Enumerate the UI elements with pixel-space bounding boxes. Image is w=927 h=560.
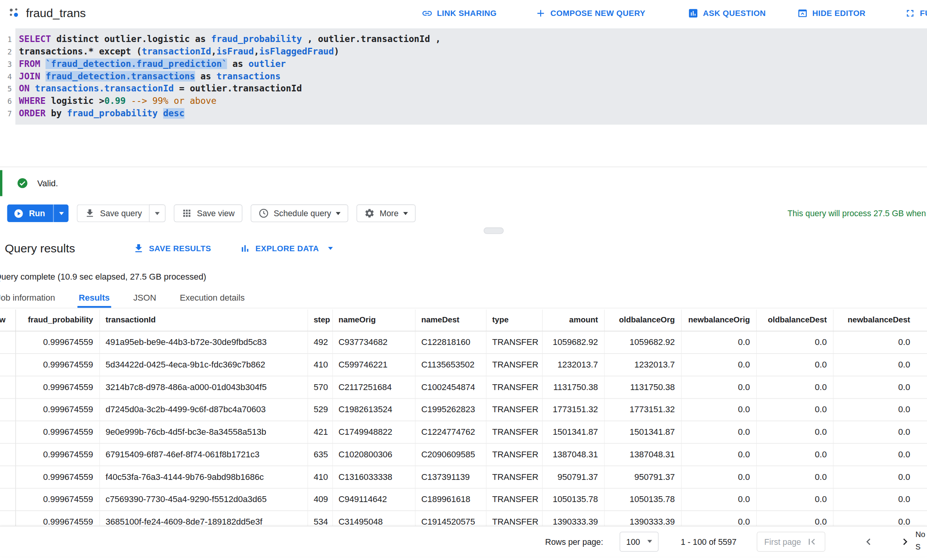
cell-fraud_probability: 0.999674559 [15, 488, 99, 511]
results-table-container: Rowfraud_probabilitytransactionIdstepnam… [0, 310, 927, 526]
schedule-query-button[interactable]: Schedule query [251, 205, 348, 222]
cell-newbalancedest: 0.0 [833, 466, 927, 488]
editor-code[interactable]: SELECT distinct outlier.logistic as frau… [15, 28, 927, 125]
code-line[interactable]: ORDER by fraud_probability desc [19, 107, 927, 120]
bigquery-console: fraud_trans LINK SHARING COMPOSE NEW QUE… [0, 0, 927, 560]
clock-icon [258, 208, 269, 219]
cell-amount: 1501341.87 [542, 421, 604, 443]
cell-step: 410 [307, 466, 332, 488]
save-query-button[interactable]: Save query [77, 205, 149, 222]
column-header-oldbalanceorg: oldbalanceOrg [604, 310, 681, 331]
column-header-step: step [307, 310, 332, 331]
save-query-options-button[interactable] [149, 205, 166, 222]
cell-step: 409 [307, 488, 332, 511]
first-page-button[interactable]: First page [757, 531, 825, 551]
run-options-button[interactable] [53, 205, 68, 222]
table-row: 0.9996745593685100f-fe24-4609-8de7-18918… [0, 511, 927, 526]
column-header-row: Row [0, 310, 15, 331]
cell-oldbalancedest: 0.0 [756, 376, 833, 398]
compose-new-query-button[interactable]: COMPOSE NEW QUERY [535, 0, 646, 26]
tab-json[interactable]: JSON [132, 288, 158, 308]
full-screen-label: FULL SCREEN [920, 9, 927, 18]
edge-text-top: No [915, 528, 925, 541]
more-button[interactable]: More [356, 205, 416, 222]
compose-new-query-label: COMPOSE NEW QUERY [550, 9, 645, 18]
schedule-query-label: Schedule query [274, 208, 331, 218]
cell-newbalancedest: 0.0 [833, 488, 927, 511]
full-screen-button[interactable]: FULL SCREEN [904, 0, 927, 26]
cell-nameorig: C1749948822 [332, 421, 415, 443]
cell-oldbalanceorg: 1131750.38 [604, 376, 681, 398]
valid-check-icon [17, 177, 28, 189]
table-row: 0.999674559491a95eb-be9e-44b3-b72e-30de9… [0, 331, 927, 354]
run-button-group: Run [7, 205, 68, 222]
table-row: 0.999674559d7245d0a-3c2b-4499-9c6f-d87bc… [0, 398, 927, 421]
cell-newbalancedest: 0.0 [833, 421, 927, 443]
chevron-right-icon [899, 535, 911, 548]
tab-results[interactable]: Results [77, 288, 111, 308]
code-line[interactable]: ON transactions.transactionId = outlier.… [19, 83, 927, 95]
cell-oldbalanceorg: 950791.37 [604, 466, 681, 488]
chevron-down-icon [647, 540, 652, 543]
cell-newbalanceorig: 0.0 [681, 398, 756, 421]
save-results-button[interactable]: SAVE RESULTS [133, 243, 211, 254]
column-header-fraud_probability: fraud_probability [15, 310, 99, 331]
code-line[interactable]: FROM `fraud_detection.fraud_prediction` … [19, 58, 927, 70]
column-header-type: type [486, 310, 542, 331]
tab-execution-details[interactable]: Execution details [179, 288, 246, 308]
save-results-label: SAVE RESULTS [149, 244, 211, 253]
table-row: 0.9996745595d34422d-0425-4eca-9b1c-fdc36… [0, 353, 927, 376]
column-header-nameorig: nameOrig [332, 310, 415, 331]
code-line[interactable]: SELECT distinct outlier.logistic as frau… [19, 33, 927, 46]
code-line[interactable]: transactions.* except (transactionId,isF… [19, 46, 927, 58]
column-header-amount: amount [542, 310, 604, 331]
cell-nameorig: C1982613524 [332, 398, 415, 421]
cell-fraud_probability: 0.999674559 [15, 466, 99, 488]
hide-editor-button[interactable]: HIDE EDITOR [797, 0, 866, 26]
chevron-left-icon [862, 535, 875, 548]
cell-transactionid: 3214b7c8-d978-486a-a000-01d043b304f5 [99, 376, 307, 398]
cell-newbalanceorig: 0.0 [681, 511, 756, 526]
cell-amount: 950791.37 [542, 466, 604, 488]
splitter-handle[interactable] [484, 228, 504, 234]
cell-namedest: C1002454874 [415, 376, 486, 398]
explore-data-button[interactable]: EXPLORE DATA [239, 243, 333, 254]
cell-namedest: C1224774762 [415, 421, 486, 443]
code-line[interactable]: JOIN fraud_detection.transactions as tra… [19, 70, 927, 83]
cell-transactionid: 5d34422d-0425-4eca-9b1c-fdc369c7b862 [99, 353, 307, 376]
cell-transactionid: 9e0e999b-76cb-4d5f-bc3e-8a34558a513b [99, 421, 307, 443]
cell-newbalancedest: 0.0 [833, 398, 927, 421]
results-table-head-row: Rowfraud_probabilitytransactionIdstepnam… [0, 310, 927, 331]
code-line[interactable]: WHERE logistic >0.99 --> 99% or above [19, 95, 927, 108]
previous-page-button[interactable] [862, 535, 875, 548]
cell-newbalanceorig: 0.0 [681, 353, 756, 376]
rows-per-page-select[interactable]: 100 [620, 531, 658, 551]
link-sharing-button[interactable]: LINK SHARING [421, 0, 497, 26]
cell-namedest: C1135653502 [415, 353, 486, 376]
next-page-button[interactable] [899, 535, 911, 548]
save-view-button[interactable]: Save view [174, 205, 242, 222]
cell-transactionid: 491a95eb-be9e-44b3-b72e-30de9fbd5c83 [99, 331, 307, 354]
cell-oldbalancedest: 0.0 [756, 488, 833, 511]
cell-amount: 1131750.38 [542, 376, 604, 398]
column-header-newbalanceorig: newbalanceOrig [681, 310, 756, 331]
cell-amount: 1059682.92 [542, 331, 604, 354]
cell-row [0, 331, 15, 354]
cell-namedest: C2090609585 [415, 443, 486, 466]
run-button[interactable]: Run [7, 205, 53, 222]
cell-type: TRANSFER [486, 376, 542, 398]
play-icon [13, 208, 24, 219]
cell-newbalanceorig: 0.0 [681, 466, 756, 488]
cell-namedest: C1995262823 [415, 398, 486, 421]
ask-question-button[interactable]: ASK QUESTION [688, 0, 766, 26]
cell-oldbalancedest: 0.0 [756, 421, 833, 443]
table-row: 0.999674559f40c53fa-76a3-4144-9b76-9abd9… [0, 466, 927, 488]
cell-type: TRANSFER [486, 398, 542, 421]
cell-namedest: C122818160 [415, 331, 486, 354]
cell-type: TRANSFER [486, 421, 542, 443]
cell-step: 635 [307, 443, 332, 466]
tab-job-information[interactable]: Job information [0, 288, 56, 308]
cell-amount: 1390333.39 [542, 511, 604, 526]
chevron-down-icon [59, 212, 63, 215]
sql-editor-pane: 1234567 SELECT distinct outlier.logistic… [0, 26, 927, 167]
